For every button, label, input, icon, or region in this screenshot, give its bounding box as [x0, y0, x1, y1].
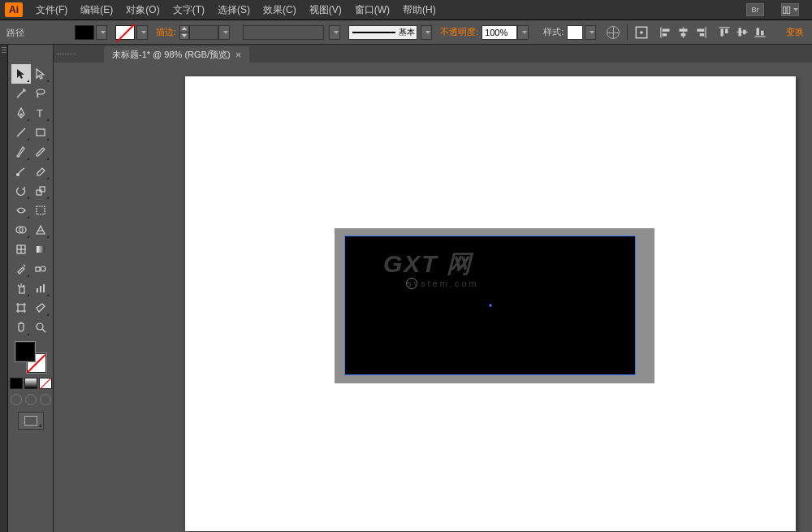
svg-rect-21	[754, 36, 766, 37]
stroke-weight-dropdown[interactable]	[218, 25, 230, 40]
brush-dropdown[interactable]	[421, 25, 432, 40]
symbol-sprayer-tool[interactable]	[11, 279, 31, 298]
menu-window[interactable]: 窗口(W)	[348, 0, 396, 20]
document-tab[interactable]: 未标题-1* @ 98% (RGB/预览) ×	[104, 46, 249, 63]
selection-center-handle[interactable]	[489, 305, 491, 307]
svg-rect-31	[40, 187, 45, 192]
slice-tool[interactable]	[31, 298, 50, 318]
lasso-tool[interactable]	[31, 84, 50, 103]
recolor-icon[interactable]	[605, 24, 621, 41]
align-hcenter-icon[interactable]	[676, 24, 692, 41]
stroke-profile-dropdown[interactable]	[329, 25, 340, 40]
free-transform-tool[interactable]	[31, 201, 50, 220]
svg-line-27	[17, 128, 25, 136]
fill-color-swatch[interactable]	[15, 342, 35, 361]
pen-tool[interactable]	[11, 103, 31, 123]
pencil-tool[interactable]	[31, 142, 50, 162]
hand-tool[interactable]	[11, 318, 31, 337]
svg-rect-14	[700, 33, 705, 36]
align-bottom-icon[interactable]	[752, 24, 768, 41]
svg-rect-23	[761, 30, 763, 35]
align-to-icon[interactable]	[633, 24, 650, 41]
panel-drag-edge[interactable]	[0, 45, 8, 532]
transform-label[interactable]: 变换	[786, 26, 804, 38]
svg-rect-22	[757, 28, 759, 35]
color-mode-none[interactable]	[39, 378, 52, 389]
stroke-weight-input[interactable]	[189, 25, 218, 40]
align-vcenter-icon[interactable]	[734, 24, 750, 41]
tabstrip-drag-handle[interactable]	[54, 45, 104, 63]
fill-stroke-indicator[interactable]	[15, 342, 46, 373]
canvas[interactable]: GXT 网 system.com	[54, 63, 812, 532]
blob-brush-tool[interactable]	[11, 162, 31, 181]
close-tab-icon[interactable]: ×	[235, 49, 242, 61]
style-label: 样式:	[543, 26, 564, 38]
graphic-style-dropdown[interactable]	[585, 25, 596, 40]
eraser-tool[interactable]	[31, 162, 50, 181]
draw-behind-icon[interactable]	[25, 394, 37, 405]
gradient-tool[interactable]	[31, 240, 50, 259]
artboard-tool[interactable]	[11, 298, 31, 318]
svg-line-48	[42, 329, 45, 332]
svg-rect-18	[736, 31, 748, 32]
magic-wand-tool[interactable]	[11, 84, 31, 103]
menu-edit[interactable]: 编辑(E)	[74, 0, 119, 20]
zoom-tool[interactable]	[31, 318, 50, 337]
selection-tool[interactable]	[11, 64, 31, 84]
svg-rect-45	[43, 284, 45, 292]
rectangle-tool[interactable]	[31, 123, 50, 142]
svg-rect-13	[698, 28, 705, 31]
opacity-dropdown[interactable]	[517, 25, 529, 40]
bridge-button[interactable]: Br	[746, 3, 764, 16]
color-mode-solid[interactable]	[10, 378, 23, 389]
width-tool[interactable]	[11, 201, 31, 220]
svg-rect-9	[683, 27, 684, 38]
brush-tool[interactable]	[11, 142, 31, 162]
perspective-tool[interactable]	[31, 220, 50, 240]
direct-selection-tool[interactable]	[31, 64, 50, 84]
blend-tool[interactable]	[31, 259, 50, 279]
mesh-tool[interactable]	[11, 240, 31, 259]
scale-tool[interactable]	[31, 181, 50, 201]
arrange-docs-button[interactable]	[781, 3, 799, 16]
shape-builder-tool[interactable]	[11, 220, 31, 240]
svg-point-41	[41, 266, 45, 271]
eyedropper-tool[interactable]	[11, 259, 31, 279]
menu-view[interactable]: 视图(V)	[303, 0, 348, 20]
menu-type[interactable]: 文字(T)	[166, 0, 211, 20]
fill-dropdown[interactable]	[96, 25, 107, 40]
options-bar: 路径 描边: 基本 不透明度: 100% 样式: 变换	[0, 20, 812, 45]
svg-rect-15	[719, 27, 730, 28]
opacity-input[interactable]: 100%	[482, 25, 517, 40]
stroke-profile-preview[interactable]	[243, 25, 324, 40]
menu-help[interactable]: 帮助(H)	[396, 0, 443, 20]
align-right-icon[interactable]	[693, 24, 710, 41]
svg-rect-17	[725, 28, 728, 33]
draw-inside-icon[interactable]	[40, 394, 51, 405]
selection-type-label: 路径	[6, 20, 24, 45]
graph-tool[interactable]	[31, 279, 50, 298]
align-top-icon[interactable]	[716, 24, 732, 41]
menu-effect[interactable]: 效果(C)	[257, 0, 303, 20]
opacity-label: 不透明度:	[440, 26, 478, 38]
menu-file[interactable]: 文件(F)	[29, 0, 74, 20]
align-left-icon[interactable]	[658, 24, 674, 41]
svg-rect-6	[660, 27, 661, 38]
line-tool[interactable]	[11, 123, 31, 142]
menu-object[interactable]: 对象(O)	[119, 0, 166, 20]
fill-swatch[interactable]	[75, 25, 94, 40]
brush-definition[interactable]: 基本	[348, 25, 417, 40]
screen-mode-button[interactable]	[18, 412, 44, 430]
stroke-swatch[interactable]	[115, 25, 135, 40]
document-tab-title: 未标题-1* @ 98% (RGB/预览)	[112, 49, 231, 61]
stroke-dropdown[interactable]	[136, 25, 148, 40]
svg-rect-10	[680, 28, 688, 31]
draw-normal-icon[interactable]	[11, 394, 22, 405]
rotate-tool[interactable]	[11, 181, 31, 201]
type-tool[interactable]: T	[31, 103, 50, 123]
svg-rect-0	[783, 6, 785, 13]
menu-select[interactable]: 选择(S)	[211, 0, 257, 20]
graphic-style-swatch[interactable]	[567, 25, 583, 40]
svg-point-47	[37, 323, 43, 330]
color-mode-gradient[interactable]	[24, 378, 37, 389]
